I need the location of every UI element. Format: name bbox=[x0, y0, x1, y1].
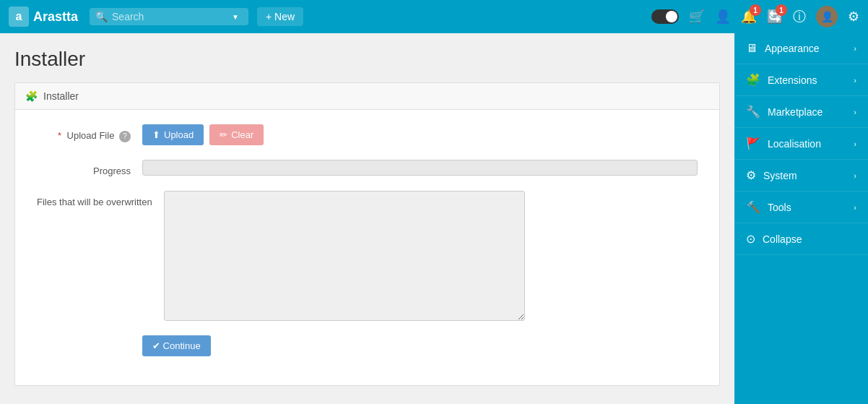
nav-icons: 🛒 👤 🔔 1 🔄 1 ⓘ 👤 ⚙ bbox=[651, 6, 859, 27]
content-card: 🧩 Installer * Upload File ? ⬆ Upload bbox=[14, 82, 720, 386]
sidebar-item-localisation[interactable]: 🚩 Localisation › bbox=[734, 128, 868, 160]
chevron-right-icon: › bbox=[854, 139, 856, 148]
marketplace-icon: 🔧 bbox=[746, 105, 760, 119]
card-body: * Upload File ? ⬆ Upload ✏ Clear bbox=[15, 110, 719, 385]
files-row: Files that will be overwritten bbox=[37, 191, 698, 321]
card-header-label: Installer bbox=[43, 90, 79, 102]
search-dropdown-icon[interactable]: ▼ bbox=[232, 13, 239, 21]
sidebar-item-extensions[interactable]: 🧩 Extensions › bbox=[734, 64, 868, 96]
sidebar-item-label: System bbox=[763, 170, 846, 181]
continue-row: ✔ Continue bbox=[37, 335, 698, 356]
tools-icon: 🔨 bbox=[746, 200, 760, 214]
required-star: * bbox=[58, 130, 61, 141]
localisation-icon: 🚩 bbox=[746, 137, 760, 150]
notifications-badge: 1 bbox=[750, 4, 761, 16]
settings-icon-btn[interactable]: ⚙ bbox=[848, 9, 859, 25]
sidebar: 🖥 Appearance › 🧩 Extensions › 🔧 Marketpl… bbox=[734, 33, 868, 404]
collapse-icon: ⊙ bbox=[746, 232, 755, 246]
sidebar-item-label: Appearance bbox=[765, 43, 846, 54]
page-title: Installer bbox=[14, 48, 720, 71]
sidebar-item-collapse[interactable]: ⊙ Collapse bbox=[734, 223, 868, 255]
progress-bar bbox=[142, 160, 698, 176]
chevron-right-icon: › bbox=[854, 108, 856, 116]
main-content: Installer 🧩 Installer * Upload File ? ⬆ bbox=[0, 33, 734, 404]
clear-button[interactable]: ✏ Clear bbox=[209, 124, 264, 145]
sidebar-item-label: Localisation bbox=[768, 138, 846, 150]
search-icon: 🔍 bbox=[95, 11, 108, 22]
upload-actions: ⬆ Upload ✏ Clear bbox=[142, 124, 264, 145]
upload-label: * Upload File ? bbox=[37, 124, 131, 142]
search-input[interactable] bbox=[112, 11, 227, 22]
refresh-badge: 1 bbox=[776, 4, 787, 16]
chevron-right-icon: › bbox=[854, 44, 856, 53]
user-icon-btn[interactable]: 👤 bbox=[715, 9, 731, 25]
cart-icon-btn[interactable]: 🛒 bbox=[689, 9, 705, 25]
chevron-right-icon: › bbox=[854, 171, 856, 180]
appearance-icon: 🖥 bbox=[746, 42, 758, 55]
brand-name: Arastta bbox=[33, 9, 78, 25]
progress-row: Progress bbox=[37, 160, 698, 176]
layout: Installer 🧩 Installer * Upload File ? ⬆ bbox=[0, 33, 868, 404]
brand-icon: a bbox=[9, 7, 29, 27]
chevron-right-icon: › bbox=[854, 76, 856, 85]
top-nav: a Arastta 🔍 ▼ + New 🛒 👤 🔔 1 🔄 1 ⓘ � bbox=[0, 0, 868, 33]
sidebar-item-appearance[interactable]: 🖥 Appearance › bbox=[734, 33, 868, 64]
card-header: 🧩 Installer bbox=[15, 83, 719, 110]
card-header-icon: 🧩 bbox=[25, 90, 38, 102]
chevron-right-icon: › bbox=[854, 203, 856, 212]
files-label: Files that will be overwritten bbox=[37, 191, 152, 207]
progress-label: Progress bbox=[37, 160, 131, 176]
files-textarea[interactable] bbox=[164, 191, 525, 321]
brand[interactable]: a Arastta bbox=[9, 7, 78, 27]
help-icon-btn[interactable]: ⓘ bbox=[793, 8, 806, 25]
sidebar-item-tools[interactable]: 🔨 Tools › bbox=[734, 192, 868, 223]
extensions-icon: 🧩 bbox=[746, 73, 760, 87]
help-icon[interactable]: ? bbox=[119, 131, 131, 142]
avatar[interactable]: 👤 bbox=[816, 6, 838, 27]
continue-button[interactable]: ✔ Continue bbox=[142, 335, 211, 356]
sidebar-item-label: Tools bbox=[768, 202, 846, 213]
refresh-icon-btn[interactable]: 🔄 1 bbox=[767, 9, 783, 25]
sidebar-item-label: Collapse bbox=[763, 233, 856, 245]
sidebar-item-system[interactable]: ⚙ System › bbox=[734, 160, 868, 192]
search-area: 🔍 ▼ bbox=[90, 8, 248, 25]
sidebar-item-marketplace[interactable]: 🔧 Marketplace › bbox=[734, 96, 868, 128]
sidebar-item-label: Marketplace bbox=[768, 106, 846, 118]
upload-button[interactable]: ⬆ Upload bbox=[142, 124, 204, 145]
upload-file-row: * Upload File ? ⬆ Upload ✏ Clear bbox=[37, 124, 698, 145]
notifications-icon-btn[interactable]: 🔔 1 bbox=[741, 9, 757, 25]
system-icon: ⚙ bbox=[746, 168, 756, 182]
theme-toggle[interactable] bbox=[651, 9, 679, 24]
new-button[interactable]: + New bbox=[257, 7, 303, 26]
sidebar-item-label: Extensions bbox=[768, 74, 846, 86]
